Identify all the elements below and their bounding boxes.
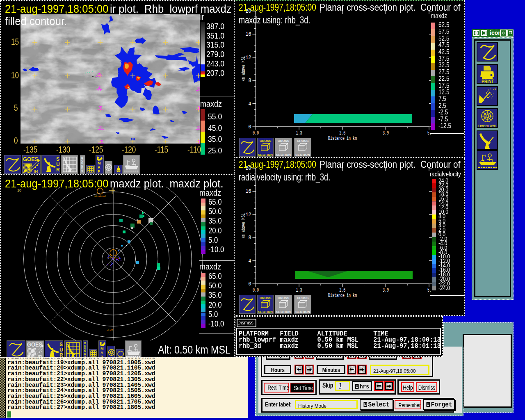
svg-text:PRINT: PRINT (482, 79, 494, 84)
svg-text:3.9: 3.9 (383, 130, 389, 136)
svg-text:4: 4 (249, 101, 251, 107)
svg-text:GOES: GOES (23, 155, 38, 162)
svg-text:0.0: 0.0 (253, 287, 259, 293)
svg-text:Distance in km: Distance in km (328, 136, 357, 142)
svg-text:3.9: 3.9 (383, 287, 389, 293)
svg-text:S: S (81, 170, 83, 173)
svg-text:S: S (56, 156, 59, 162)
svg-text:S: S (59, 342, 63, 347)
svg-text:P: P (98, 169, 100, 173)
svg-text:OVERLAYS: OVERLAYS (478, 124, 496, 128)
svg-text:A: A (98, 165, 100, 169)
svg-text:A: A (100, 351, 103, 355)
svg-text:km above MSL: km above MSL (241, 56, 247, 82)
svg-text:who+m<t: who+m<t (94, 195, 106, 198)
svg-text:4: 4 (249, 258, 251, 264)
svg-text:GOES: GOES (27, 341, 42, 348)
svg-text:0: 0 (249, 124, 251, 130)
svg-text:.IR: .IR (32, 169, 38, 173)
svg-text:2.6: 2.6 (339, 287, 345, 293)
svg-text:M: M (98, 161, 101, 165)
svg-text:8: 8 (249, 235, 251, 241)
svg-text:8: 8 (249, 78, 251, 84)
svg-text:-125: -125 (107, 328, 114, 332)
svg-text:0: 0 (249, 281, 251, 287)
svg-text:1.3: 1.3 (296, 130, 302, 136)
svg-text:U: U (56, 162, 60, 167)
svg-text:M: M (100, 347, 104, 351)
svg-text:1.3: 1.3 (296, 287, 302, 293)
svg-text:U: U (59, 347, 63, 353)
svg-text:0.0: 0.0 (253, 130, 259, 136)
svg-text:5.: 5. (427, 287, 431, 293)
svg-text:Distance in km: Distance in km (328, 293, 357, 299)
svg-text:16: 16 (246, 31, 251, 37)
svg-text:16: 16 (246, 188, 251, 194)
svg-text:2.6: 2.6 (339, 130, 345, 136)
svg-text:R: R (56, 167, 60, 173)
svg-text:km above MSL: km above MSL (241, 213, 247, 239)
